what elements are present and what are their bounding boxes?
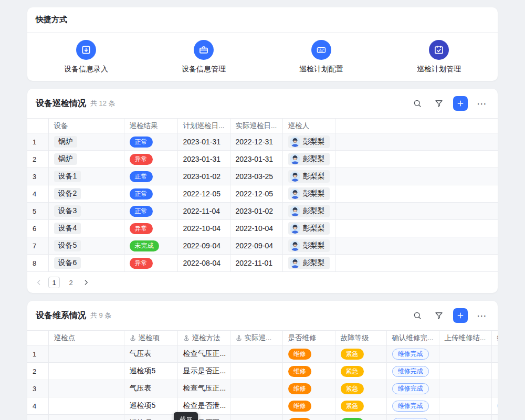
actual-date-cell[interactable]: 2023-01-02 [230,203,282,220]
upload-cell[interactable] [439,380,491,397]
result-cell[interactable]: 异常 [124,220,177,237]
actual-cell[interactable] [230,397,282,415]
level-cell[interactable]: 一般 [335,415,386,420]
result-cell[interactable]: 正常 [124,203,177,220]
actual-cell[interactable] [230,380,282,397]
extra-cell[interactable] [491,380,498,397]
col-confirm[interactable]: 确认维修完... [386,331,439,345]
col-repair[interactable]: 是否维修 [282,331,335,345]
device-cell[interactable]: 锅炉 [48,151,124,168]
shortcut-device-entry[interactable]: 设备信息录入 [27,40,145,74]
actual-date-cell[interactable]: 2023-03-25 [230,168,282,185]
device-cell[interactable]: 设备3 [48,203,124,220]
device-cell[interactable]: 设备6 [48,255,124,272]
inspector-cell[interactable]: 彭梨梨 [282,237,335,255]
confirm-cell[interactable]: 维修完成 [386,380,439,397]
confirm-cell[interactable]: 维修完成 [386,363,439,380]
result-cell[interactable]: 异常 [124,151,177,168]
planned-date-cell[interactable]: 2023-01-02 [177,168,230,185]
device-cell[interactable]: 锅炉 [48,133,124,151]
inspector-cell[interactable]: 彭梨梨 [282,255,335,272]
device-cell[interactable]: 设备5 [48,237,124,255]
filter-button[interactable] [432,96,446,111]
result-cell[interactable]: 异常 [124,255,177,272]
page-1-button[interactable]: 1 [48,277,60,288]
shortcut-plan-manage[interactable]: 巡检计划管理 [380,40,498,74]
inspector-cell[interactable]: 彭梨梨 [282,220,335,237]
col-actual-date[interactable]: 实际巡检日... [230,119,282,133]
confirm-cell[interactable]: 维修完成 [386,415,439,420]
method-cell[interactable]: 检查气压正... [177,345,230,363]
method-cell[interactable]: 检查气压正... [177,380,230,397]
upload-cell[interactable] [439,363,491,380]
planned-date-cell[interactable]: 2022-09-04 [177,237,230,255]
shortcut-plan-config[interactable]: 巡检计划配置 [262,40,380,74]
col-point[interactable]: 巡检点 [48,331,124,345]
inspector-cell[interactable]: 彭梨梨 [282,151,335,168]
col-method[interactable]: 巡检方法 [177,331,230,345]
extra-cell[interactable] [491,363,498,380]
inspector-cell[interactable]: 彭梨梨 [282,133,335,151]
device-cell[interactable]: 设备2 [48,185,124,203]
upload-cell[interactable] [439,415,491,420]
extra-cell[interactable] [491,397,498,415]
inspector-cell[interactable]: 彭梨梨 [282,185,335,203]
col-upload[interactable]: 上传维修结... [439,331,491,345]
page-2-button[interactable]: 2 [65,277,77,288]
search-button[interactable] [410,96,425,111]
next-page-button[interactable] [82,278,90,287]
device-cell[interactable]: 设备1 [48,168,124,185]
level-cell[interactable]: 紧急 [335,397,386,415]
planned-date-cell[interactable]: 2022-11-04 [177,203,230,220]
planned-date-cell[interactable]: 2023-01-31 [177,133,230,151]
actual-date-cell[interactable]: 2022-11-01 [230,255,282,272]
col-item[interactable]: 巡检项 [124,331,177,345]
col-level[interactable]: 故障等级 [335,331,386,345]
method-cell[interactable]: 显示是否正... [177,363,230,380]
actual-date-cell[interactable]: 2023-01-31 [230,151,282,168]
actual-cell[interactable] [230,345,282,363]
planned-date-cell[interactable]: 2022-08-04 [177,255,230,272]
point-cell[interactable] [48,415,124,420]
result-cell[interactable]: 正常 [124,185,177,203]
item-cell[interactable]: 巡检项5 [124,363,177,380]
point-cell[interactable] [48,363,124,380]
add-record-button[interactable] [453,96,468,111]
repair-cell[interactable]: 维修 [282,380,335,397]
more-button[interactable]: ⋯ [475,308,489,323]
col-inspector[interactable]: 巡检人 [282,119,335,133]
device-cell[interactable]: 设备4 [48,220,124,237]
more-button[interactable]: ⋯ [475,96,489,111]
actual-cell[interactable] [230,363,282,380]
item-cell[interactable]: 气压表 [124,345,177,363]
extra-cell[interactable] [491,345,498,363]
filter-button[interactable] [432,308,446,323]
repair-cell[interactable]: 维修 [282,397,335,415]
item-cell[interactable]: 巡检项5 [124,415,177,420]
planned-date-cell[interactable]: 2022-10-04 [177,220,230,237]
point-cell[interactable] [48,345,124,363]
actual-date-cell[interactable]: 2022-10-04 [230,220,282,237]
repair-cell[interactable]: 维修 [282,345,335,363]
item-cell[interactable]: 气压表 [124,380,177,397]
actual-date-cell[interactable]: 2022-12-05 [230,185,282,203]
upload-cell[interactable] [439,397,491,415]
inspector-cell[interactable]: 彭梨梨 [282,168,335,185]
result-cell[interactable]: 未完成 [124,237,177,255]
add-record-button[interactable] [453,308,468,323]
actual-date-cell[interactable]: 2022-12-31 [230,133,282,151]
col-result[interactable]: 巡检结果 [124,119,177,133]
extra-cell[interactable] [491,415,498,420]
confirm-cell[interactable]: 维修完成 [386,397,439,415]
inspector-cell[interactable]: 彭梨梨 [282,203,335,220]
planned-date-cell[interactable]: 2022-12-05 [177,185,230,203]
actual-date-cell[interactable]: 2022-09-04 [230,237,282,255]
shortcut-device-manage[interactable]: 设备信息管理 [145,40,262,74]
prev-page-button[interactable] [35,278,43,287]
planned-date-cell[interactable]: 2023-01-31 [177,151,230,168]
result-cell[interactable]: 正常 [124,168,177,185]
level-cell[interactable]: 紧急 [335,363,386,380]
confirm-cell[interactable]: 维修完成 [386,345,439,363]
upload-cell[interactable] [439,345,491,363]
item-cell[interactable]: 巡检项5 [124,397,177,415]
